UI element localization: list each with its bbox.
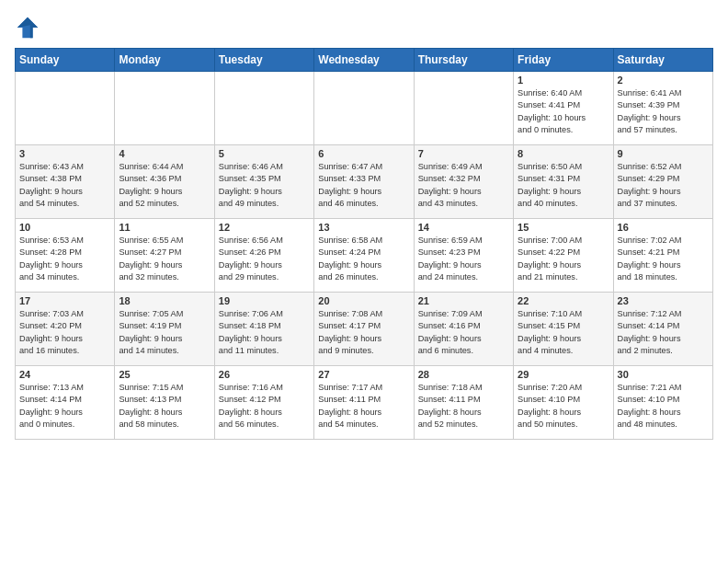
day-info: Sunrise: 7:13 AM Sunset: 4:14 PM Dayligh… [19, 382, 110, 431]
page-container: SundayMondayTuesdayWednesdayThursdayFrid… [0, 0, 728, 447]
day-info: Sunrise: 6:47 AM Sunset: 4:33 PM Dayligh… [318, 161, 409, 210]
calendar-cell: 17Sunrise: 7:03 AM Sunset: 4:20 PM Dayli… [16, 293, 115, 366]
day-info: Sunrise: 7:18 AM Sunset: 4:11 PM Dayligh… [418, 382, 509, 431]
calendar-cell: 19Sunrise: 7:06 AM Sunset: 4:18 PM Dayli… [214, 293, 313, 366]
day-number: 8 [518, 148, 609, 159]
day-number: 25 [119, 369, 210, 380]
day-number: 21 [418, 295, 509, 306]
calendar-cell: 15Sunrise: 7:00 AM Sunset: 4:22 PM Dayli… [514, 219, 613, 293]
week-row-2: 3Sunrise: 6:43 AM Sunset: 4:38 PM Daylig… [16, 145, 713, 219]
calendar-cell: 21Sunrise: 7:09 AM Sunset: 4:16 PM Dayli… [414, 293, 513, 366]
calendar-cell: 28Sunrise: 7:18 AM Sunset: 4:11 PM Dayli… [414, 366, 513, 440]
calendar-cell [414, 72, 513, 145]
day-number: 26 [219, 369, 310, 380]
calendar-cell: 26Sunrise: 7:16 AM Sunset: 4:12 PM Dayli… [214, 366, 313, 440]
calendar-cell: 30Sunrise: 7:21 AM Sunset: 4:10 PM Dayli… [613, 366, 712, 440]
day-info: Sunrise: 6:49 AM Sunset: 4:32 PM Dayligh… [418, 161, 509, 210]
day-number: 13 [318, 222, 409, 233]
day-number: 17 [19, 295, 110, 306]
day-number: 14 [418, 222, 509, 233]
calendar-cell: 10Sunrise: 6:53 AM Sunset: 4:28 PM Dayli… [16, 219, 115, 293]
logo [15, 15, 44, 40]
day-info: Sunrise: 6:40 AM Sunset: 4:41 PM Dayligh… [518, 87, 609, 136]
calendar-cell: 29Sunrise: 7:20 AM Sunset: 4:10 PM Dayli… [514, 366, 613, 440]
day-info: Sunrise: 7:10 AM Sunset: 4:15 PM Dayligh… [518, 308, 609, 357]
day-number: 27 [318, 369, 409, 380]
day-number: 29 [518, 369, 609, 380]
weekday-monday: Monday [115, 49, 214, 72]
week-row-4: 17Sunrise: 7:03 AM Sunset: 4:20 PM Dayli… [16, 293, 713, 366]
day-info: Sunrise: 6:46 AM Sunset: 4:35 PM Dayligh… [219, 161, 310, 210]
day-number: 7 [418, 148, 509, 159]
day-number: 24 [19, 369, 110, 380]
day-number: 3 [19, 148, 110, 159]
day-number: 20 [318, 295, 409, 306]
calendar-cell: 3Sunrise: 6:43 AM Sunset: 4:38 PM Daylig… [16, 145, 115, 219]
day-info: Sunrise: 7:00 AM Sunset: 4:22 PM Dayligh… [518, 235, 609, 283]
day-number: 19 [219, 295, 310, 306]
calendar-cell: 1Sunrise: 6:40 AM Sunset: 4:41 PM Daylig… [514, 72, 613, 145]
calendar-cell [214, 72, 313, 145]
week-row-3: 10Sunrise: 6:53 AM Sunset: 4:28 PM Dayli… [16, 219, 713, 293]
day-number: 16 [618, 222, 709, 233]
day-number: 10 [19, 222, 110, 233]
day-number: 4 [119, 148, 210, 159]
day-number: 15 [518, 222, 609, 233]
calendar-table: SundayMondayTuesdayWednesdayThursdayFrid… [15, 48, 713, 440]
day-number: 2 [618, 75, 709, 86]
header [15, 11, 713, 40]
calendar-cell: 20Sunrise: 7:08 AM Sunset: 4:17 PM Dayli… [314, 293, 414, 366]
day-info: Sunrise: 6:44 AM Sunset: 4:36 PM Dayligh… [119, 161, 210, 210]
day-info: Sunrise: 7:20 AM Sunset: 4:10 PM Dayligh… [518, 382, 609, 431]
weekday-header-row: SundayMondayTuesdayWednesdayThursdayFrid… [16, 49, 713, 72]
calendar-cell: 7Sunrise: 6:49 AM Sunset: 4:32 PM Daylig… [414, 145, 513, 219]
day-number: 5 [219, 148, 310, 159]
weekday-tuesday: Tuesday [214, 49, 313, 72]
calendar-cell: 6Sunrise: 6:47 AM Sunset: 4:33 PM Daylig… [314, 145, 414, 219]
day-number: 11 [119, 222, 210, 233]
week-row-1: 1Sunrise: 6:40 AM Sunset: 4:41 PM Daylig… [16, 72, 713, 145]
day-info: Sunrise: 6:41 AM Sunset: 4:39 PM Dayligh… [618, 87, 709, 136]
day-info: Sunrise: 6:55 AM Sunset: 4:27 PM Dayligh… [119, 235, 210, 283]
calendar-cell: 9Sunrise: 6:52 AM Sunset: 4:29 PM Daylig… [613, 145, 712, 219]
day-number: 6 [318, 148, 409, 159]
day-info: Sunrise: 7:05 AM Sunset: 4:19 PM Dayligh… [119, 308, 210, 357]
calendar-cell [115, 72, 214, 145]
day-info: Sunrise: 6:53 AM Sunset: 4:28 PM Dayligh… [19, 235, 110, 283]
day-info: Sunrise: 6:58 AM Sunset: 4:24 PM Dayligh… [318, 235, 409, 283]
day-info: Sunrise: 6:50 AM Sunset: 4:31 PM Dayligh… [518, 161, 609, 210]
day-info: Sunrise: 6:59 AM Sunset: 4:23 PM Dayligh… [418, 235, 509, 283]
calendar-cell: 4Sunrise: 6:44 AM Sunset: 4:36 PM Daylig… [115, 145, 214, 219]
day-info: Sunrise: 7:15 AM Sunset: 4:13 PM Dayligh… [119, 382, 210, 431]
calendar-cell: 25Sunrise: 7:15 AM Sunset: 4:13 PM Dayli… [115, 366, 214, 440]
day-info: Sunrise: 7:03 AM Sunset: 4:20 PM Dayligh… [19, 308, 110, 357]
day-info: Sunrise: 7:16 AM Sunset: 4:12 PM Dayligh… [219, 382, 310, 431]
calendar-cell: 13Sunrise: 6:58 AM Sunset: 4:24 PM Dayli… [314, 219, 414, 293]
calendar-cell [16, 72, 115, 145]
calendar-cell: 8Sunrise: 6:50 AM Sunset: 4:31 PM Daylig… [514, 145, 613, 219]
day-number: 28 [418, 369, 509, 380]
calendar-cell: 22Sunrise: 7:10 AM Sunset: 4:15 PM Dayli… [514, 293, 613, 366]
day-info: Sunrise: 6:56 AM Sunset: 4:26 PM Dayligh… [219, 235, 310, 283]
logo-icon [15, 15, 40, 40]
day-info: Sunrise: 7:06 AM Sunset: 4:18 PM Dayligh… [219, 308, 310, 357]
day-number: 12 [219, 222, 310, 233]
calendar-cell: 18Sunrise: 7:05 AM Sunset: 4:19 PM Dayli… [115, 293, 214, 366]
calendar-cell: 2Sunrise: 6:41 AM Sunset: 4:39 PM Daylig… [613, 72, 712, 145]
day-number: 9 [618, 148, 709, 159]
day-info: Sunrise: 7:08 AM Sunset: 4:17 PM Dayligh… [318, 308, 409, 357]
calendar-cell [314, 72, 414, 145]
weekday-friday: Friday [514, 49, 613, 72]
day-number: 23 [618, 295, 709, 306]
calendar-cell: 5Sunrise: 6:46 AM Sunset: 4:35 PM Daylig… [214, 145, 313, 219]
day-info: Sunrise: 7:21 AM Sunset: 4:10 PM Dayligh… [618, 382, 709, 431]
day-number: 1 [518, 75, 609, 86]
calendar-cell: 11Sunrise: 6:55 AM Sunset: 4:27 PM Dayli… [115, 219, 214, 293]
calendar-cell: 16Sunrise: 7:02 AM Sunset: 4:21 PM Dayli… [613, 219, 712, 293]
day-info: Sunrise: 7:09 AM Sunset: 4:16 PM Dayligh… [418, 308, 509, 357]
day-number: 18 [119, 295, 210, 306]
calendar-cell: 14Sunrise: 6:59 AM Sunset: 4:23 PM Dayli… [414, 219, 513, 293]
day-info: Sunrise: 7:12 AM Sunset: 4:14 PM Dayligh… [618, 308, 709, 357]
day-number: 30 [618, 369, 709, 380]
day-info: Sunrise: 7:17 AM Sunset: 4:11 PM Dayligh… [318, 382, 409, 431]
